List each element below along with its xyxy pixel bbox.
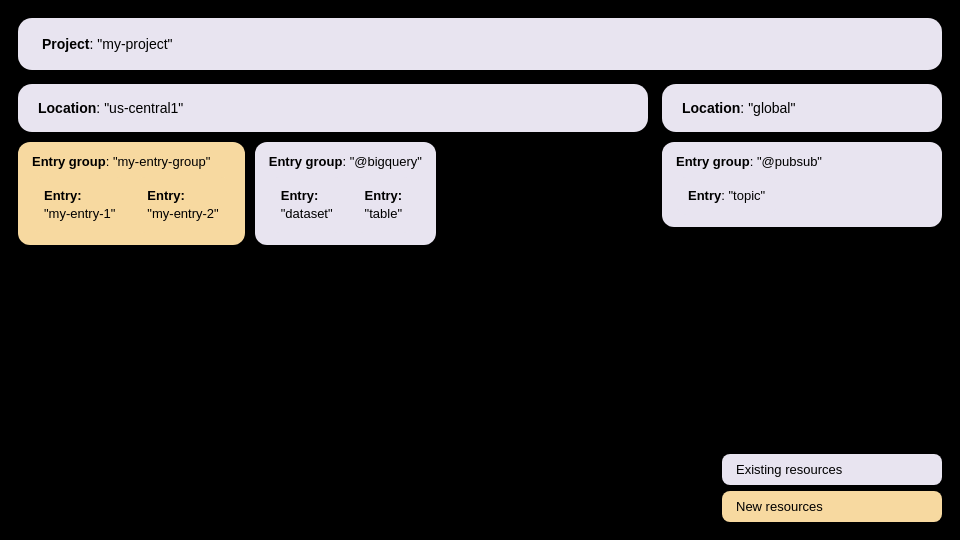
location-box-us-central1: Location: "us-central1" bbox=[18, 84, 648, 132]
entry-my-entry-2: Entry: "my-entry-2" bbox=[135, 177, 230, 233]
location-col-left: Location: "us-central1" Entry group: "my… bbox=[18, 84, 648, 245]
legend-item-new: New resources bbox=[722, 491, 942, 522]
entry-group-bigquery: Entry group: "@bigquery" Entry: "dataset… bbox=[255, 142, 436, 245]
location-us-central1-label: Location: "us-central1" bbox=[38, 100, 183, 116]
entries-row-my-entry-group: Entry: "my-entry-1" Entry: "my-entry-2" bbox=[32, 177, 231, 233]
project-key: Project bbox=[42, 36, 89, 52]
entry-topic: Entry: "topic" bbox=[676, 177, 777, 215]
entry-dataset: Entry: "dataset" bbox=[269, 177, 345, 233]
entry-groups-row-us-central1: Entry group: "my-entry-group" Entry: "my… bbox=[18, 142, 648, 245]
location-col-right: Location: "global" Entry group: "@pubsub… bbox=[662, 84, 942, 245]
project-box: Project: "my-project" bbox=[18, 18, 942, 70]
entry-group-pubsub: Entry group: "@pubsub" Entry: "topic" bbox=[662, 142, 942, 227]
entry-group-pubsub-label: Entry group: "@pubsub" bbox=[676, 154, 928, 169]
legend-item-existing: Existing resources bbox=[722, 454, 942, 485]
legend-existing-box: Existing resources bbox=[722, 454, 942, 485]
legend: Existing resources New resources bbox=[722, 454, 942, 522]
project-value: "my-project" bbox=[97, 36, 172, 52]
entry-group-my-entry-group-label: Entry group: "my-entry-group" bbox=[32, 154, 231, 169]
legend-existing-label: Existing resources bbox=[736, 462, 842, 477]
location-box-global: Location: "global" bbox=[662, 84, 942, 132]
diagram-area: Project: "my-project" Location: "us-cent… bbox=[18, 18, 942, 522]
entries-row-pubsub: Entry: "topic" bbox=[676, 177, 928, 215]
location-global-label: Location: "global" bbox=[682, 100, 795, 116]
entries-row-bigquery: Entry: "dataset" Entry: "table" bbox=[269, 177, 422, 233]
entry-my-entry-1: Entry: "my-entry-1" bbox=[32, 177, 127, 233]
legend-new-box: New resources bbox=[722, 491, 942, 522]
entry-group-my-entry-group: Entry group: "my-entry-group" Entry: "my… bbox=[18, 142, 245, 245]
legend-new-label: New resources bbox=[736, 499, 823, 514]
project-label: Project: "my-project" bbox=[42, 36, 173, 52]
entry-table: Entry: "table" bbox=[353, 177, 415, 233]
locations-row: Location: "us-central1" Entry group: "my… bbox=[18, 84, 942, 245]
entry-group-bigquery-label: Entry group: "@bigquery" bbox=[269, 154, 422, 169]
